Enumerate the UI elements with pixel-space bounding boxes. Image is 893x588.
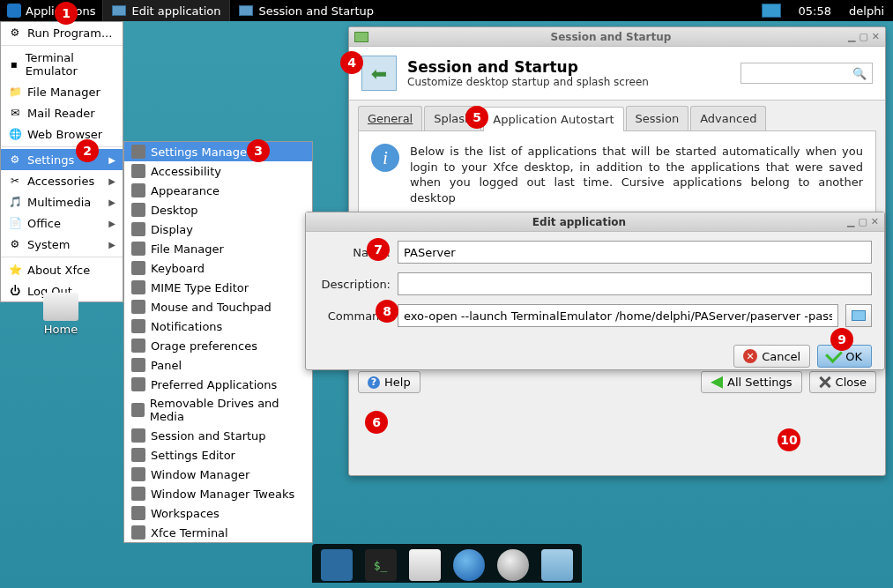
chevron-right-icon: ▶ bbox=[108, 197, 115, 207]
submenu-item-preferred-applications[interactable]: Preferred Applications bbox=[124, 375, 312, 394]
dock-web-browser[interactable] bbox=[453, 549, 485, 581]
submenu-label: Desktop bbox=[151, 204, 198, 217]
tab-advanced[interactable]: Advanced bbox=[690, 106, 766, 130]
submenu-label: Keyboard bbox=[151, 262, 205, 275]
submenu-label: Mouse and Touchpad bbox=[151, 301, 272, 314]
submenu-item-session-and-startup[interactable]: Session and Startup bbox=[124, 426, 312, 445]
system-icon: ⚙ bbox=[8, 237, 22, 251]
menu-system[interactable]: ⚙System▶ bbox=[1, 234, 123, 255]
menu-mail-reader[interactable]: ✉Mail Reader bbox=[1, 102, 123, 123]
menu-accessories[interactable]: ✂Accessories▶ bbox=[1, 170, 123, 191]
window-icon bbox=[354, 32, 368, 42]
submenu-icon bbox=[131, 448, 145, 462]
submenu-item-file-manager[interactable]: File Manager bbox=[124, 239, 312, 258]
submenu-item-panel[interactable]: Panel bbox=[124, 355, 312, 375]
search-icon: 🔍 bbox=[852, 67, 867, 80]
tab-session[interactable]: Session bbox=[626, 106, 689, 130]
submenu-item-window-manager[interactable]: Window Manager bbox=[124, 465, 312, 484]
name-input[interactable] bbox=[398, 241, 872, 264]
menu-terminal[interactable]: ▪Terminal Emulator bbox=[1, 48, 123, 81]
chevron-right-icon: ▶ bbox=[108, 219, 115, 228]
globe-icon: 🌐 bbox=[8, 127, 22, 141]
menu-web-browser[interactable]: 🌐Web Browser bbox=[1, 123, 123, 145]
dock-show-desktop[interactable] bbox=[321, 549, 353, 581]
menu-multimedia[interactable]: 🎵Multimedia▶ bbox=[1, 191, 123, 212]
menu-office[interactable]: 📄Office▶ bbox=[1, 212, 123, 234]
submenu-item-mime-type-editor[interactable]: MIME Type Editor bbox=[124, 278, 312, 297]
submenu-icon bbox=[131, 222, 145, 236]
submenu-item-accessibility[interactable]: Accessibility bbox=[124, 161, 312, 181]
taskbar-button-edit-application[interactable]: Edit application bbox=[102, 0, 229, 21]
close-icon bbox=[819, 376, 831, 389]
run-icon: ⚙ bbox=[8, 26, 22, 40]
cancel-button[interactable]: ✕Cancel bbox=[733, 345, 810, 368]
menu-settings[interactable]: ⚙Settings▶ bbox=[1, 149, 123, 170]
submenu-item-orage-preferences[interactable]: Orage preferences bbox=[124, 336, 312, 355]
dock-search[interactable] bbox=[497, 549, 529, 581]
tab-general[interactable]: General bbox=[358, 106, 422, 130]
mail-icon: ✉ bbox=[8, 106, 22, 120]
submenu-item-appearance[interactable]: Appearance bbox=[124, 181, 312, 200]
submenu-item-mouse-and-touchpad[interactable]: Mouse and Touchpad bbox=[124, 297, 312, 316]
command-input[interactable] bbox=[398, 304, 838, 327]
annotation-8: 8 bbox=[376, 300, 398, 323]
applications-menu-button[interactable]: Applications bbox=[0, 0, 102, 21]
submenu-item-desktop[interactable]: Desktop bbox=[124, 200, 312, 220]
annotation-3: 3 bbox=[247, 139, 270, 162]
menu-about-xfce[interactable]: ⭐About Xfce bbox=[1, 259, 123, 280]
submenu-label: Accessibility bbox=[151, 165, 221, 178]
submenu-item-settings-editor[interactable]: Settings Editor bbox=[124, 445, 312, 465]
tray-icon[interactable] bbox=[762, 4, 781, 18]
description-input[interactable] bbox=[398, 272, 872, 295]
desktop-home-icon[interactable]: Home bbox=[39, 293, 83, 336]
submenu-item-xfce-terminal[interactable]: Xfce Terminal bbox=[124, 523, 312, 542]
close-window-button[interactable]: Close bbox=[809, 371, 876, 393]
dock-terminal[interactable]: $_ bbox=[365, 549, 397, 581]
dock-home-folder[interactable] bbox=[541, 549, 573, 581]
submenu-icon bbox=[131, 145, 145, 159]
submenu-icon bbox=[131, 183, 145, 197]
submenu-label: Panel bbox=[151, 359, 182, 372]
dialog-titlebar[interactable]: Edit application ▁ ▢ ✕ bbox=[306, 212, 884, 232]
dock: $_ bbox=[312, 544, 582, 583]
close-button[interactable]: ✕ bbox=[871, 216, 879, 227]
all-settings-button[interactable]: All Settings bbox=[701, 371, 802, 393]
maximize-button[interactable]: ▢ bbox=[858, 216, 867, 227]
tab-application-autostart[interactable]: Application Autostart bbox=[483, 107, 623, 131]
submenu-label: Display bbox=[151, 223, 193, 236]
window-titlebar[interactable]: Session and Startup ▁ ▢ ✕ bbox=[349, 27, 885, 47]
chevron-right-icon: ▶ bbox=[108, 155, 115, 165]
menu-file-manager[interactable]: 📁File Manager bbox=[1, 81, 123, 102]
chevron-right-icon: ▶ bbox=[108, 176, 115, 186]
maximize-button[interactable]: ▢ bbox=[859, 31, 867, 42]
submenu-icon bbox=[131, 467, 145, 481]
submenu-icon bbox=[131, 358, 145, 372]
submenu-item-removable-drives-and-media[interactable]: Removable Drives and Media bbox=[124, 394, 312, 426]
submenu-label: Session and Startup bbox=[151, 429, 266, 443]
taskbar-button-session-startup[interactable]: Session and Startup bbox=[229, 0, 383, 21]
settings-submenu: Settings ManagerAccessibilityAppearanceD… bbox=[123, 141, 313, 543]
submenu-item-window-manager-tweaks[interactable]: Window Manager Tweaks bbox=[124, 484, 312, 503]
dock-file-manager[interactable] bbox=[409, 549, 441, 581]
search-input[interactable]: 🔍 bbox=[740, 63, 873, 84]
submenu-item-settings-manager[interactable]: Settings Manager bbox=[124, 142, 312, 161]
help-button[interactable]: ?Help bbox=[358, 371, 420, 393]
submenu-icon bbox=[131, 300, 145, 314]
submenu-icon bbox=[131, 428, 145, 443]
clock: 05:58 bbox=[790, 4, 840, 18]
submenu-item-display[interactable]: Display bbox=[124, 220, 312, 239]
browse-button[interactable] bbox=[845, 304, 872, 327]
submenu-icon bbox=[131, 506, 145, 520]
minimize-button[interactable]: ▁ bbox=[847, 216, 854, 227]
menu-run-program[interactable]: ⚙Run Program... bbox=[1, 22, 123, 43]
minimize-button[interactable]: ▁ bbox=[848, 31, 855, 42]
submenu-item-workspaces[interactable]: Workspaces bbox=[124, 503, 312, 523]
settings-icon: ⚙ bbox=[8, 153, 22, 167]
taskbar-label: Edit application bbox=[131, 4, 220, 18]
submenu-icon bbox=[131, 487, 145, 501]
window-icon bbox=[239, 5, 253, 16]
submenu-item-keyboard[interactable]: Keyboard bbox=[124, 258, 312, 278]
close-button[interactable]: ✕ bbox=[872, 31, 880, 42]
tabs: General Splash Application Autostart Ses… bbox=[349, 100, 885, 130]
submenu-item-notifications[interactable]: Notifications bbox=[124, 316, 312, 336]
